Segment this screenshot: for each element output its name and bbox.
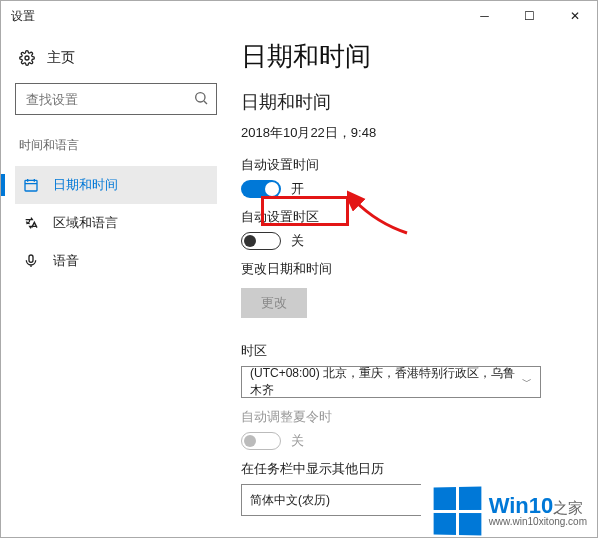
taskbar-calendar-value: 简体中文(农历) [250,492,330,509]
globe-icon [23,215,39,231]
home-label: 主页 [47,49,75,67]
dst-state: 关 [291,432,304,450]
sidebar: 主页 时间和语言 日期和时间 区域和语言 语音 [1,31,231,537]
branding-logo: Win10之家 www.win10xitong.com [421,481,591,537]
svg-rect-3 [25,180,37,191]
close-button[interactable]: ✕ [552,1,597,31]
auto-time-toggle[interactable] [241,180,281,198]
auto-time-label: 自动设置时间 [241,156,579,174]
category-label: 时间和语言 [19,137,217,154]
minimize-button[interactable]: ─ [462,1,507,31]
timezone-label: 时区 [241,342,579,360]
auto-time-state: 开 [291,180,304,198]
auto-tz-toggle[interactable] [241,232,281,250]
auto-tz-label: 自动设置时区 [241,208,579,226]
home-link[interactable]: 主页 [19,49,217,67]
settings-window: 设置 ─ ☐ ✕ 主页 时间和语言 日期和时间 区域和语言 [0,0,598,538]
content-area: 主页 时间和语言 日期和时间 区域和语言 语音 日期和时间 日期和时间 [1,31,597,537]
taskbar-calendar-select[interactable]: 简体中文(农历) ﹀ [241,484,441,516]
gear-icon [19,50,35,66]
current-datetime: 2018年10月22日，9:48 [241,124,579,142]
sidebar-item-datetime[interactable]: 日期和时间 [15,166,217,204]
maximize-button[interactable]: ☐ [507,1,552,31]
svg-line-2 [204,101,207,104]
timezone-value: (UTC+08:00) 北京，重庆，香港特别行政区，乌鲁木齐 [250,365,522,399]
svg-point-1 [196,93,205,102]
svg-point-0 [25,56,29,60]
sidebar-item-speech[interactable]: 语音 [15,242,217,280]
chevron-down-icon: ﹀ [522,375,532,389]
dst-label: 自动调整夏令时 [241,408,579,426]
sidebar-item-region[interactable]: 区域和语言 [15,204,217,242]
sidebar-item-label: 语音 [53,252,79,270]
taskbar-calendar-label: 在任务栏中显示其他日历 [241,460,579,478]
window-controls: ─ ☐ ✕ [462,1,597,31]
auto-tz-toggle-row: 关 [241,232,579,250]
page-title: 日期和时间 [241,39,579,74]
dst-toggle [241,432,281,450]
change-datetime-label: 更改日期和时间 [241,260,579,278]
sidebar-item-label: 日期和时间 [53,176,118,194]
titlebar: 设置 ─ ☐ ✕ [1,1,597,31]
mic-icon [23,253,39,269]
section-title: 日期和时间 [241,90,579,114]
branding-text: Win10之家 www.win10xitong.com [489,495,587,527]
timezone-select[interactable]: (UTC+08:00) 北京，重庆，香港特别行政区，乌鲁木齐 ﹀ [241,366,541,398]
main-panel: 日期和时间 日期和时间 2018年10月22日，9:48 自动设置时间 开 自动… [231,31,597,537]
sidebar-item-label: 区域和语言 [53,214,118,232]
search-icon [193,90,209,106]
change-button[interactable]: 更改 [241,288,307,318]
windows-logo-icon [433,486,481,535]
search-wrap [15,83,217,115]
dst-toggle-row: 关 [241,432,579,450]
clock-icon [23,177,39,193]
auto-time-toggle-row: 开 [241,180,579,198]
auto-tz-state: 关 [291,232,304,250]
window-title: 设置 [11,8,35,25]
search-input[interactable] [15,83,217,115]
svg-rect-4 [29,255,33,262]
